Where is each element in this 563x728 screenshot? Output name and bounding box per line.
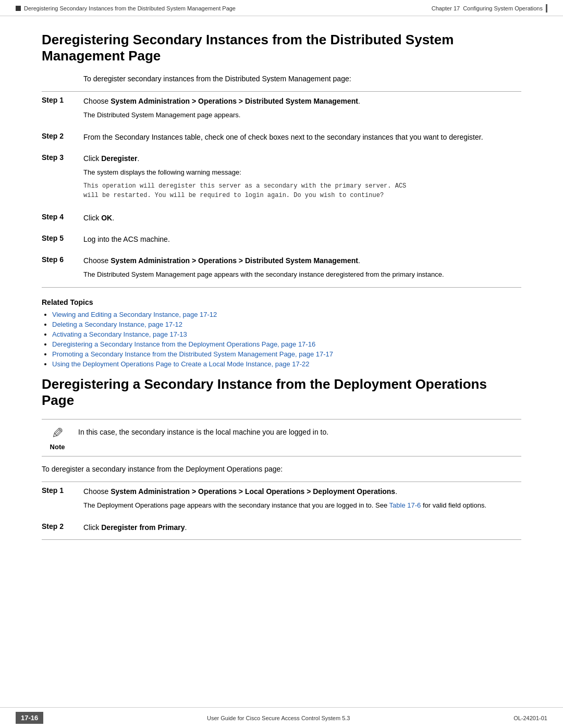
step3-code: This operation will deregister this serv… [83,181,521,200]
step-2-label: Step 2 [42,132,83,140]
step-3-label: Step 3 [42,153,83,162]
list-item: Deregistering a Secondary Instance from … [52,340,521,348]
step-6-content: Choose System Administration > Operation… [83,255,521,283]
header-square-icon [16,6,21,11]
section2-steps: Step 1 Choose System Administration > Op… [42,482,521,540]
footer-center-text: User Guide for Cisco Secure Access Contr… [207,715,350,721]
step6-sub: The Distributed System Management page a… [83,269,521,280]
step5-text: Log into the ACS machine. [83,234,521,245]
step-3-row: Step 3 Click Deregister. The system disp… [42,149,521,209]
section2-title: Deregistering a Secondary Instance from … [42,376,521,409]
list-item: Activating a Secondary Instance, page 17… [52,330,521,338]
list-item: Deleting a Secondary Instance, page 17-1… [52,320,521,328]
step3-sub: The system displays the following warnin… [83,167,521,178]
s2-step-1-label: Step 1 [42,486,83,495]
related-link-5[interactable]: Promoting a Secondary Instance from the … [52,350,333,358]
note-icon-area: ✎ Note [42,425,78,451]
s2-step1-sub: The Deployment Operations page appears w… [83,500,521,511]
footer-right-text: OL-24201-01 [513,715,547,721]
chapter-title: Configuring System Operations [463,5,543,11]
s2-step-2-row: Step 2 Click Deregister from Primary. [42,518,521,539]
step-1-row: Step 1 Choose System Administration > Op… [42,92,521,128]
list-item: Using the Deployment Operations Page to … [52,360,521,368]
page-number: 17-16 [16,712,43,724]
note-label: Note [50,443,65,451]
section2-intro: To deregister a secondary instance from … [42,465,521,473]
section1-steps: Step 1 Choose System Administration > Op… [42,91,521,288]
note-pencil-icon: ✎ [52,425,64,442]
step-1-label: Step 1 [42,96,83,104]
list-item: Promoting a Secondary Instance from the … [52,350,521,358]
header-vbar [546,4,547,13]
step-5-label: Step 5 [42,234,83,242]
step-4-label: Step 4 [42,213,83,221]
step-4-row: Step 4 Click OK. [42,208,521,230]
related-link-4[interactable]: Deregistering a Secondary Instance from … [52,340,315,348]
step-3-content: Click Deregister. The system displays th… [83,153,521,205]
s2-step-1-row: Step 1 Choose System Administration > Op… [42,482,521,518]
header-right: Chapter 17 Configuring System Operations [432,4,547,13]
header-breadcrumb: Deregistering Secondary Instances from t… [24,5,236,11]
related-link-1[interactable]: Viewing and Editing a Secondary Instance… [52,311,217,318]
step-6-label: Step 6 [42,255,83,264]
step-1-content: Choose System Administration > Operation… [83,96,521,124]
related-topics-title: Related Topics [42,298,521,306]
s2-step-2-label: Step 2 [42,522,83,530]
section1-title: Deregistering Secondary Instances from t… [42,32,521,64]
related-link-2[interactable]: Deleting a Secondary Instance, page 17-1… [52,320,182,328]
note-content: In this case, the secondary instance is … [78,425,521,436]
step-6-row: Step 6 Choose System Administration > Op… [42,251,521,287]
page-footer: 17-16 User Guide for Cisco Secure Access… [0,707,563,728]
step3-bold: Deregister [101,154,137,163]
chapter-label: Chapter 17 [432,5,460,11]
note-box: ✎ Note In this case, the secondary insta… [42,419,521,456]
s2-step1-bold: System Administration > Operations > Loc… [111,487,395,496]
related-link-6[interactable]: Using the Deployment Operations Page to … [52,360,310,368]
related-topics-list: Viewing and Editing a Secondary Instance… [52,311,521,368]
step6-bold: System Administration > Operations > Dis… [111,256,358,265]
step1-sub: The Distributed System Management page a… [83,110,521,120]
s2-step-2-content: Click Deregister from Primary. [83,522,521,535]
page-header: Deregistering Secondary Instances from t… [0,0,563,16]
header-left: Deregistering Secondary Instances from t… [16,5,236,11]
table-link[interactable]: Table 17-6 [389,501,421,509]
related-link-3[interactable]: Activating a Secondary Instance, page 17… [52,330,187,338]
section1-intro: To deregister secondary instances from t… [83,75,521,83]
step4-bold: OK [101,214,112,222]
step-5-content: Log into the ACS machine. [83,234,521,247]
related-topics: Related Topics Viewing and Editing a Sec… [42,298,521,368]
step2-text: From the Secondary Instances table, chec… [83,132,521,143]
main-content: Deregistering Secondary Instances from t… [0,16,563,571]
s2-step2-bold: Deregister from Primary [101,523,185,532]
step1-bold: System Administration > Operations > Dis… [111,97,358,105]
s2-step-1-content: Choose System Administration > Operation… [83,486,521,514]
step-4-content: Click OK. [83,213,521,226]
step-5-row: Step 5 Log into the ACS machine. [42,230,521,251]
list-item: Viewing and Editing a Secondary Instance… [52,311,521,318]
step-2-content: From the Secondary Instances table, chec… [83,132,521,145]
step-2-row: Step 2 From the Secondary Instances tabl… [42,128,521,149]
